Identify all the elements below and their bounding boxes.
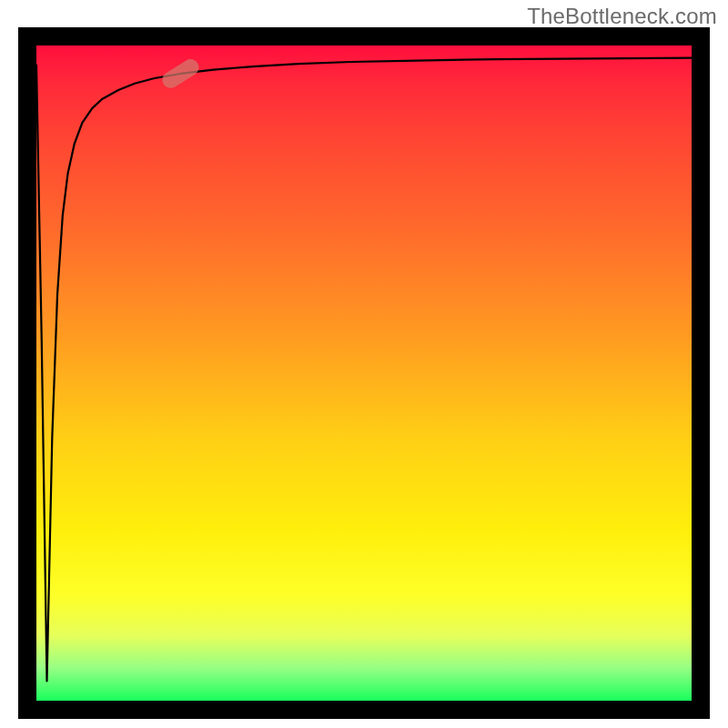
bottleneck-curve bbox=[36, 58, 692, 682]
chart-frame bbox=[18, 27, 710, 719]
chart-border-left bbox=[18, 27, 36, 719]
curve-marker-shape bbox=[159, 56, 202, 92]
chart-border-top bbox=[18, 27, 710, 46]
curve-marker bbox=[159, 56, 202, 92]
chart-border-right bbox=[692, 27, 710, 719]
attribution-text: TheBottleneck.com bbox=[527, 4, 717, 29]
chart-border-bottom bbox=[18, 701, 710, 719]
chart-svg bbox=[36, 46, 692, 701]
